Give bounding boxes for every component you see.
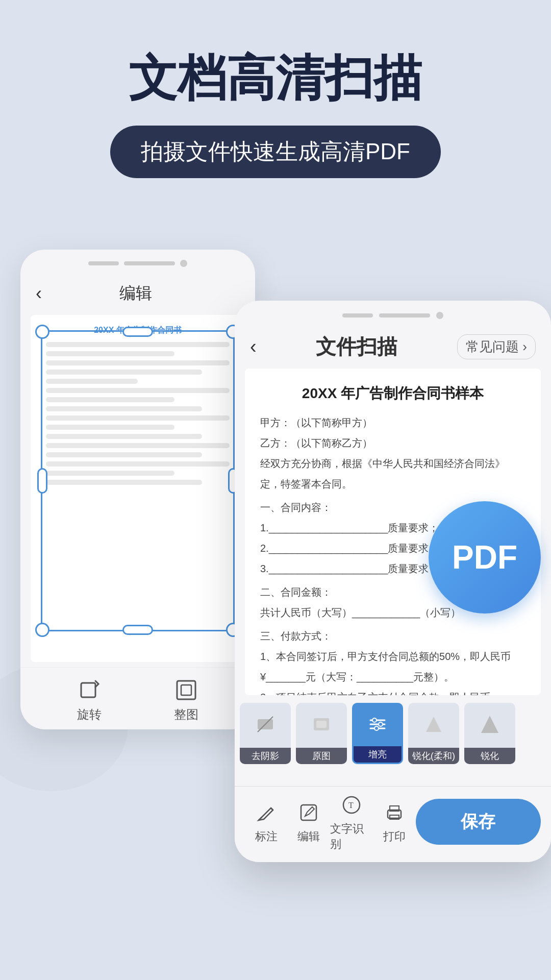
- phone-back: ‹ 编辑 20XX 年广告制作合同书: [20, 250, 255, 729]
- rotate-tool[interactable]: 旋转: [77, 678, 102, 723]
- fit-label: 整图: [174, 706, 198, 723]
- notch-pill-f1: [342, 313, 373, 317]
- filter-original[interactable]: 原图: [296, 703, 347, 764]
- filter-label-original: 原图: [296, 748, 347, 764]
- svg-rect-6: [316, 721, 327, 728]
- svg-point-12: [374, 726, 379, 730]
- svg-rect-0: [81, 683, 95, 697]
- filter-icon-remove-shadow: [240, 703, 291, 746]
- nav-bar-front: ‹ 文件扫描 常见问题 ›: [235, 330, 551, 369]
- svg-rect-1: [177, 681, 195, 699]
- nav-bar-back: ‹ 编辑: [20, 277, 255, 310]
- bottom-tools-back: 旋转 整图: [20, 667, 255, 729]
- filter-remove-shadow[interactable]: 去阴影: [240, 703, 291, 764]
- nav-ocr[interactable]: T 文字识别: [330, 792, 373, 852]
- filter-icon-sharpen: [464, 703, 515, 746]
- nav-edit[interactable]: 编辑: [288, 799, 331, 844]
- save-button[interactable]: 保存: [416, 799, 541, 845]
- nav-print[interactable]: 打印: [373, 799, 416, 844]
- doc-preview-title: 20XX 年广告制作合同书样本: [260, 384, 525, 403]
- ocr-icon: T: [338, 792, 365, 818]
- filter-label-sharpen-soft: 锐化(柔和): [408, 748, 459, 764]
- svg-rect-15: [301, 805, 316, 820]
- doc-line-12: 1、本合同签订后，甲方支付合同总额的50%，即人民币: [260, 647, 525, 666]
- filter-sharpen-soft[interactable]: 锐化(柔和): [408, 703, 459, 764]
- annotate-icon: [253, 799, 280, 826]
- filter-icon-brighten: [354, 704, 402, 745]
- subtitle-badge: 拍摄文件快速生成高清PDF: [110, 126, 441, 178]
- filter-strip: 去阴影 原图: [235, 695, 551, 772]
- nav-title-back: 编辑: [52, 282, 219, 305]
- doc-line-1: 甲方：（以下简称甲方）: [260, 413, 525, 432]
- edge-handle-bottom[interactable]: [122, 625, 153, 635]
- doc-line-2: 乙方：（以下简称乙方）: [260, 434, 525, 452]
- pdf-badge: PDF: [429, 501, 541, 614]
- filter-label-sharpen: 锐化: [464, 748, 515, 764]
- svg-text:T: T: [348, 801, 354, 810]
- main-title: 文档高清扫描: [31, 51, 520, 105]
- edge-handle-left[interactable]: [37, 468, 47, 494]
- notch-pill-wide: [124, 261, 175, 265]
- doc-line-3: 经双方充分协商，根据《中华人民共和国经济合同法》: [260, 454, 525, 473]
- header: 文档高清扫描 拍摄文件快速生成高清PDF: [0, 0, 551, 209]
- fit-tool[interactable]: 整图: [174, 678, 198, 723]
- corner-handle-tl[interactable]: [35, 325, 49, 339]
- nav-annotate[interactable]: 标注: [245, 799, 288, 844]
- notch-pill-f2: [379, 313, 430, 317]
- filter-icon-original: [296, 703, 347, 746]
- phones-container: ‹ 编辑 20XX 年广告制作合同书: [0, 219, 551, 872]
- nav-print-label: 打印: [383, 829, 406, 844]
- nav-title-front: 文件扫描: [257, 333, 457, 361]
- nav-annotate-label: 标注: [255, 829, 278, 844]
- back-arrow-back[interactable]: ‹: [36, 283, 42, 304]
- filter-label-remove-shadow: 去阴影: [240, 748, 291, 764]
- svg-point-10: [372, 718, 377, 722]
- faq-button[interactable]: 常见问题 ›: [457, 334, 536, 359]
- print-icon: [381, 799, 408, 826]
- notch-dot-front: [436, 312, 443, 319]
- doc-line-14: 2、项目结束后甲方向乙方支付合同余款，即人民币: [260, 688, 525, 695]
- doc-area-back: 20XX 年广告制作合同书: [31, 315, 245, 662]
- phone-notch-back: [20, 250, 255, 277]
- nav-edit-label: 编辑: [297, 829, 320, 844]
- corner-handle-bl[interactable]: [35, 623, 49, 637]
- svg-marker-13: [426, 717, 441, 732]
- doc-preview-container: 20XX 年广告制作合同书样本 甲方：（以下简称甲方） 乙方：（以下简称乙方） …: [235, 369, 551, 695]
- edge-handle-top[interactable]: [122, 327, 153, 337]
- svg-point-11: [379, 722, 383, 726]
- doc-line-11: 三、付款方式：: [260, 627, 525, 645]
- selection-box[interactable]: [41, 330, 235, 631]
- phone-notch-front: [235, 301, 551, 330]
- bottom-nav: 标注 编辑 T 文字识别: [235, 786, 551, 862]
- doc-line-4: 定，特签署本合同。: [260, 475, 525, 493]
- svg-marker-14: [481, 716, 498, 733]
- back-arrow-front[interactable]: ‹: [250, 336, 257, 358]
- filter-label-brighten: 增亮: [354, 746, 402, 763]
- rotate-label: 旋转: [77, 706, 102, 723]
- nav-ocr-label: 文字识别: [330, 821, 373, 852]
- filter-sharpen[interactable]: 锐化: [464, 703, 515, 764]
- doc-line-13: ¥_______元（大写：__________元整）。: [260, 668, 525, 686]
- svg-rect-2: [181, 685, 191, 695]
- phone-front: ‹ 文件扫描 常见问题 › 20XX 年广告制作合同书样本 甲方：（以下简称甲方…: [235, 301, 551, 862]
- filter-brighten[interactable]: 增亮: [352, 703, 403, 764]
- notch-pill: [88, 261, 119, 265]
- filter-icon-sharpen-soft: [408, 703, 459, 746]
- edit-icon: [295, 799, 322, 826]
- notch-dot: [180, 260, 187, 267]
